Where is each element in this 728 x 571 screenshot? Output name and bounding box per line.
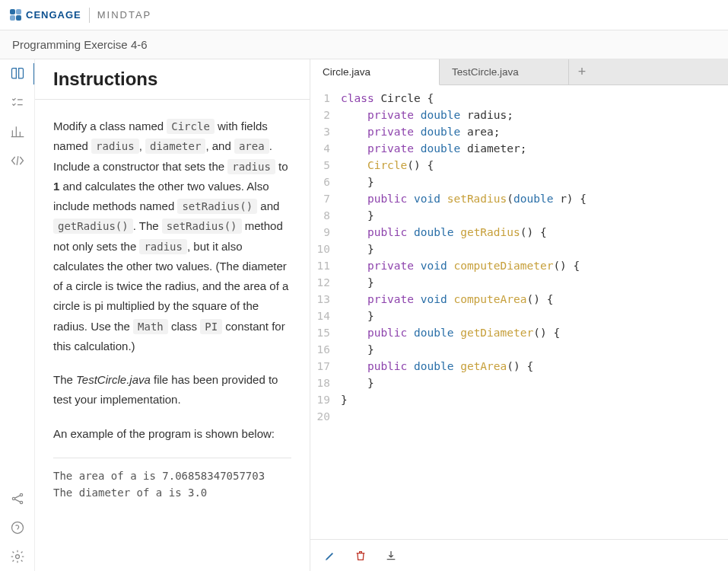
code-circle: Circle: [167, 119, 215, 134]
code-radius: radius: [91, 139, 139, 154]
editor-panel: Circle.java TestCircle.java + 1234567891…: [310, 59, 728, 571]
svg-point-0: [12, 497, 14, 499]
line-number-gutter: 1234567891011121314151617181920: [310, 85, 336, 539]
delete-button[interactable]: [353, 548, 368, 563]
exercise-title-bar: Programming Exercise 4-6: [0, 30, 728, 59]
instructions-body[interactable]: Modify a class named Circle with fields …: [35, 100, 310, 571]
code-lines[interactable]: class Circle { private double radius; pr…: [336, 85, 587, 539]
sidebar-item-help[interactable]: [9, 519, 26, 536]
code-area: area: [234, 139, 269, 154]
tab-testcircle-java[interactable]: TestCircle.java: [440, 59, 569, 85]
brand-divider: [89, 8, 90, 23]
top-bar: CENGAGE MINDTAP: [0, 0, 728, 30]
code-pi: PI: [200, 319, 222, 334]
pencil-icon: [324, 550, 336, 562]
main-area: Instructions Modify a class named Circle…: [0, 59, 728, 571]
brand-text-mindtap: MINDTAP: [97, 9, 152, 21]
edit-button[interactable]: [323, 548, 338, 563]
sidebar-item-share[interactable]: [9, 490, 26, 507]
instructions-title: Instructions: [53, 69, 294, 90]
sidebar-item-code[interactable]: [9, 152, 26, 169]
download-button[interactable]: [383, 548, 399, 563]
gear-icon: [10, 549, 25, 564]
tab-label: Circle.java: [323, 66, 370, 78]
tab-circle-java[interactable]: Circle.java: [310, 59, 440, 85]
sidebar-item-instructions[interactable]: [9, 65, 26, 82]
code-setradius: setRadius(): [177, 199, 257, 214]
instructions-paragraph-1: Modify a class named Circle with fields …: [53, 116, 291, 356]
sidebar-top-group: [0, 65, 34, 169]
bar-chart-icon: [10, 124, 25, 139]
instructions-paragraph-2: The TestCircle.java file has been provid…: [53, 370, 291, 410]
sidebar-item-tasks[interactable]: [9, 94, 26, 111]
left-sidebar: [0, 59, 35, 571]
sample-output: The area of a is 7.06858347057703 The di…: [53, 467, 291, 502]
divider: [53, 458, 291, 458]
cengage-logo[interactable]: CENGAGE: [9, 9, 81, 21]
tab-add-button[interactable]: +: [569, 59, 595, 85]
sidebar-item-settings[interactable]: [9, 548, 26, 565]
sidebar-bottom-group: [0, 490, 34, 565]
svg-point-1: [20, 493, 22, 496]
download-icon: [385, 550, 397, 562]
svg-point-4: [15, 555, 19, 559]
trash-icon: [354, 550, 367, 562]
help-icon: [10, 520, 25, 535]
code-icon: [10, 153, 25, 168]
logo-icon: [9, 9, 21, 21]
code-editor[interactable]: 1234567891011121314151617181920 class Ci…: [310, 85, 728, 539]
instructions-header: Instructions: [35, 59, 310, 100]
code-getradius: getRadius(): [53, 219, 133, 234]
share-icon: [10, 491, 25, 506]
code-math: Math: [133, 319, 168, 334]
instructions-paragraph-3: An example of the program is shown below…: [53, 424, 291, 444]
checklist-icon: [10, 95, 25, 110]
svg-point-3: [11, 522, 23, 534]
book-icon: [10, 66, 25, 81]
sidebar-item-analytics[interactable]: [9, 123, 26, 140]
brand-text-cengage: CENGAGE: [26, 9, 81, 21]
instructions-panel: Instructions Modify a class named Circle…: [35, 59, 310, 571]
editor-footer: [310, 539, 728, 571]
tab-bar: Circle.java TestCircle.java +: [310, 59, 728, 85]
plus-icon: +: [578, 64, 587, 80]
tab-label: TestCircle.java: [452, 66, 519, 78]
svg-point-2: [20, 501, 22, 503]
code-diameter: diameter: [145, 139, 205, 154]
exercise-title: Programming Exercise 4-6: [12, 38, 148, 51]
